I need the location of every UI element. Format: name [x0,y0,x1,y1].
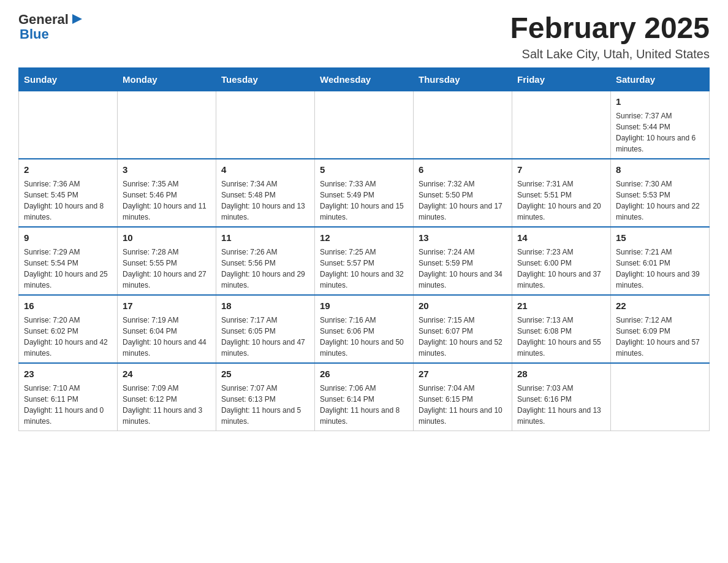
day-info: Sunrise: 7:37 AM Sunset: 5:44 PM Dayligh… [616,110,704,155]
day-number: 18 [221,299,309,312]
calendar-day-cell: 8Sunrise: 7:30 AM Sunset: 5:53 PM Daylig… [611,159,710,227]
day-info: Sunrise: 7:35 AM Sunset: 5:46 PM Dayligh… [123,178,211,223]
day-info: Sunrise: 7:34 AM Sunset: 5:48 PM Dayligh… [221,178,309,223]
calendar-day-cell [216,91,315,159]
day-number: 6 [419,163,507,176]
day-info: Sunrise: 7:15 AM Sunset: 6:07 PM Dayligh… [419,315,507,359]
day-info: Sunrise: 7:13 AM Sunset: 6:08 PM Dayligh… [517,315,605,359]
day-number: 22 [616,299,704,312]
day-of-week-header: Tuesday [216,67,315,91]
calendar-day-cell: 3Sunrise: 7:35 AM Sunset: 5:46 PM Daylig… [118,159,216,227]
calendar-day-cell [414,91,512,159]
day-number: 24 [123,367,211,380]
day-number: 5 [320,163,408,176]
day-number: 21 [517,299,605,312]
day-info: Sunrise: 7:21 AM Sunset: 6:01 PM Dayligh… [616,247,704,291]
calendar-day-cell: 15Sunrise: 7:21 AM Sunset: 6:01 PM Dayli… [611,227,710,295]
calendar-week-row: 1Sunrise: 7:37 AM Sunset: 5:44 PM Daylig… [19,91,710,159]
day-info: Sunrise: 7:24 AM Sunset: 5:59 PM Dayligh… [419,247,507,291]
calendar-day-cell: 24Sunrise: 7:09 AM Sunset: 6:12 PM Dayli… [118,363,216,431]
calendar-day-cell: 7Sunrise: 7:31 AM Sunset: 5:51 PM Daylig… [512,159,611,227]
day-info: Sunrise: 7:03 AM Sunset: 6:16 PM Dayligh… [517,383,605,427]
day-info: Sunrise: 7:10 AM Sunset: 6:11 PM Dayligh… [24,383,112,427]
day-of-week-header: Wednesday [315,67,414,91]
calendar-day-cell: 20Sunrise: 7:15 AM Sunset: 6:07 PM Dayli… [414,295,512,363]
calendar-day-cell: 14Sunrise: 7:23 AM Sunset: 6:00 PM Dayli… [512,227,611,295]
calendar-day-cell: 10Sunrise: 7:28 AM Sunset: 5:55 PM Dayli… [118,227,216,295]
day-number: 11 [221,231,309,244]
day-of-week-header: Sunday [19,67,118,91]
calendar-day-cell: 23Sunrise: 7:10 AM Sunset: 6:11 PM Dayli… [19,363,118,431]
day-number: 17 [123,299,211,312]
calendar-header-row: SundayMondayTuesdayWednesdayThursdayFrid… [19,67,710,91]
day-info: Sunrise: 7:31 AM Sunset: 5:51 PM Dayligh… [517,178,605,223]
day-info: Sunrise: 7:06 AM Sunset: 6:14 PM Dayligh… [320,383,408,427]
day-of-week-header: Thursday [414,67,512,91]
day-info: Sunrise: 7:36 AM Sunset: 5:45 PM Dayligh… [24,178,112,223]
logo-blue-text: Blue [20,27,83,42]
day-info: Sunrise: 7:20 AM Sunset: 6:02 PM Dayligh… [24,315,112,359]
calendar-day-cell: 1Sunrise: 7:37 AM Sunset: 5:44 PM Daylig… [611,91,710,159]
logo-general-text: General [18,12,69,27]
day-of-week-header: Friday [512,67,611,91]
day-number: 7 [517,163,605,176]
page-subtitle: Salt Lake City, Utah, United States [510,47,710,61]
calendar-table: SundayMondayTuesdayWednesdayThursdayFrid… [18,67,710,431]
day-number: 28 [517,367,605,380]
calendar-day-cell [611,363,710,431]
day-info: Sunrise: 7:12 AM Sunset: 6:09 PM Dayligh… [616,315,704,359]
day-number: 23 [24,367,112,380]
day-number: 25 [221,367,309,380]
day-info: Sunrise: 7:16 AM Sunset: 6:06 PM Dayligh… [320,315,408,359]
calendar-day-cell: 13Sunrise: 7:24 AM Sunset: 5:59 PM Dayli… [414,227,512,295]
day-info: Sunrise: 7:17 AM Sunset: 6:05 PM Dayligh… [221,315,309,359]
logo-flag-icon [70,13,83,26]
day-number: 19 [320,299,408,312]
calendar-day-cell: 27Sunrise: 7:04 AM Sunset: 6:15 PM Dayli… [414,363,512,431]
page-title: February 2025 [510,12,710,45]
calendar-week-row: 23Sunrise: 7:10 AM Sunset: 6:11 PM Dayli… [19,363,710,431]
calendar-day-cell: 17Sunrise: 7:19 AM Sunset: 6:04 PM Dayli… [118,295,216,363]
day-info: Sunrise: 7:29 AM Sunset: 5:54 PM Dayligh… [24,247,112,291]
title-block: February 2025 Salt Lake City, Utah, Unit… [510,12,710,61]
calendar-week-row: 9Sunrise: 7:29 AM Sunset: 5:54 PM Daylig… [19,227,710,295]
day-info: Sunrise: 7:32 AM Sunset: 5:50 PM Dayligh… [419,178,507,223]
day-of-week-header: Monday [118,67,216,91]
day-number: 10 [123,231,211,244]
day-info: Sunrise: 7:26 AM Sunset: 5:56 PM Dayligh… [221,247,309,291]
calendar-day-cell: 22Sunrise: 7:12 AM Sunset: 6:09 PM Dayli… [611,295,710,363]
calendar-day-cell: 19Sunrise: 7:16 AM Sunset: 6:06 PM Dayli… [315,295,414,363]
svg-marker-0 [72,14,82,24]
calendar-day-cell [19,91,118,159]
day-info: Sunrise: 7:04 AM Sunset: 6:15 PM Dayligh… [419,383,507,427]
day-number: 13 [419,231,507,244]
day-number: 9 [24,231,112,244]
day-info: Sunrise: 7:23 AM Sunset: 6:00 PM Dayligh… [517,247,605,291]
calendar-day-cell: 2Sunrise: 7:36 AM Sunset: 5:45 PM Daylig… [19,159,118,227]
calendar-day-cell: 5Sunrise: 7:33 AM Sunset: 5:49 PM Daylig… [315,159,414,227]
day-number: 14 [517,231,605,244]
calendar-day-cell: 9Sunrise: 7:29 AM Sunset: 5:54 PM Daylig… [19,227,118,295]
day-info: Sunrise: 7:19 AM Sunset: 6:04 PM Dayligh… [123,315,211,359]
day-number: 26 [320,367,408,380]
day-number: 16 [24,299,112,312]
logo: General Blue [18,12,83,42]
calendar-week-row: 16Sunrise: 7:20 AM Sunset: 6:02 PM Dayli… [19,295,710,363]
page-header: General Blue February 2025 Salt Lake Cit… [18,12,710,61]
day-number: 15 [616,231,704,244]
day-number: 20 [419,299,507,312]
calendar-day-cell: 4Sunrise: 7:34 AM Sunset: 5:48 PM Daylig… [216,159,315,227]
day-of-week-header: Saturday [611,67,710,91]
day-info: Sunrise: 7:30 AM Sunset: 5:53 PM Dayligh… [616,178,704,223]
day-number: 27 [419,367,507,380]
day-info: Sunrise: 7:25 AM Sunset: 5:57 PM Dayligh… [320,247,408,291]
calendar-day-cell [512,91,611,159]
calendar-day-cell: 12Sunrise: 7:25 AM Sunset: 5:57 PM Dayli… [315,227,414,295]
day-number: 2 [24,163,112,176]
calendar-day-cell: 28Sunrise: 7:03 AM Sunset: 6:16 PM Dayli… [512,363,611,431]
calendar-day-cell [315,91,414,159]
day-info: Sunrise: 7:33 AM Sunset: 5:49 PM Dayligh… [320,178,408,223]
day-number: 1 [616,95,704,108]
calendar-day-cell: 16Sunrise: 7:20 AM Sunset: 6:02 PM Dayli… [19,295,118,363]
day-number: 8 [616,163,704,176]
